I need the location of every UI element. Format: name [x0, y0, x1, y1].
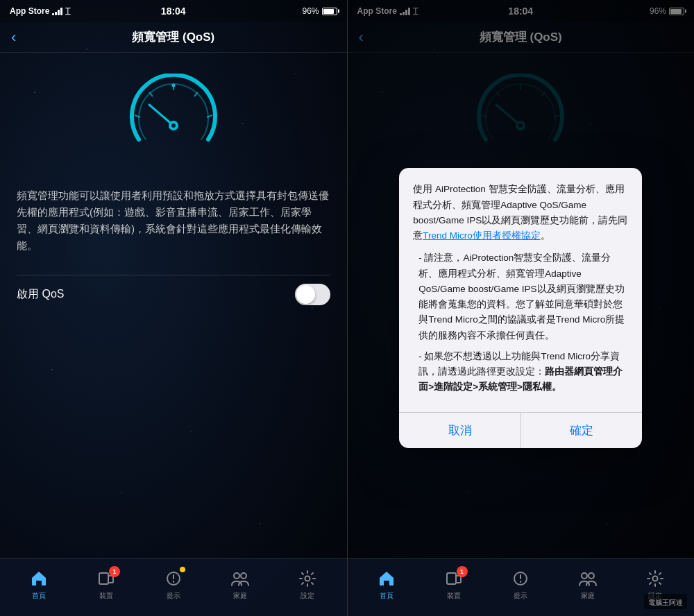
speedometer-container — [17, 74, 330, 171]
app-store-text-left: App Store — [10, 6, 49, 16]
tab-label-device-right: 裝置 — [447, 591, 461, 601]
toggle-row: 啟用 QoS — [17, 275, 330, 314]
toggle-thumb — [296, 285, 315, 304]
tab-bar-left: 首頁 1 裝置 提示 — [0, 558, 347, 616]
svg-point-27 — [589, 573, 594, 579]
tab-family-right[interactable]: 家庭 — [555, 563, 622, 601]
status-bar-left: App Store ⌶ 18:04 96% — [0, 0, 347, 22]
right-panel: App Store ⌶ 18:04 96% ‹ 頻寬管理 (QoS) — [348, 0, 695, 616]
speedometer-icon — [125, 74, 222, 171]
wifi-icon: ⌶ — [65, 6, 70, 16]
tab-device-left[interactable]: 1 裝置 — [73, 563, 140, 601]
svg-point-28 — [652, 576, 657, 581]
main-content-left: 頻寬管理功能可以讓使用者利用預設和拖放方式選擇具有封包傳送優先權的應用程式(例如… — [0, 53, 347, 558]
tab-label-hint-right: 提示 — [514, 591, 527, 601]
panel-divider — [347, 0, 348, 616]
home-icon-right — [377, 569, 396, 588]
tab-bar-right: 首頁 1 裝置 提示 — [348, 558, 695, 616]
device-badge-right: 1 — [457, 566, 468, 577]
signal-icon — [52, 7, 62, 15]
settings-icon-right — [645, 569, 665, 588]
status-right-left: 96% — [302, 6, 337, 16]
hint-icon-right — [511, 569, 530, 588]
status-left: App Store ⌶ — [10, 6, 70, 16]
dialog-footer: 取消 確定 — [399, 412, 642, 448]
battery-icon-left — [322, 8, 337, 15]
dialog-bullets: - 請注意，AiProtection智慧安全防護、流量分析、應用程式分析、頻寬管… — [413, 250, 628, 395]
svg-point-26 — [582, 573, 587, 579]
watermark-text: 電腦王阿達 — [648, 599, 683, 606]
svg-point-8 — [171, 84, 175, 87]
qos-toggle[interactable] — [295, 284, 330, 305]
back-button-left[interactable]: ‹ — [11, 30, 16, 45]
home-icon-left — [29, 569, 49, 588]
dialog-body: 使用 AiProtection 智慧安全防護、流量分析、應用程式分析、頻寬管理A… — [399, 168, 642, 411]
confirm-button[interactable]: 確定 — [521, 413, 643, 448]
svg-point-12 — [234, 573, 239, 579]
nav-header-left: ‹ 頻寬管理 (QoS) — [0, 22, 347, 53]
hint-icon-left — [164, 569, 183, 588]
tab-home-left[interactable]: 首頁 — [6, 563, 73, 601]
dialog-bullet-1: - 請注意，AiProtection智慧安全防護、流量分析、應用程式分析、頻寬管… — [418, 250, 628, 343]
svg-point-13 — [241, 573, 246, 579]
family-icon-right — [578, 569, 598, 588]
tab-label-home-right: 首頁 — [380, 591, 393, 601]
watermark: 電腦王阿達 — [644, 594, 687, 609]
tab-label-home-left: 首頁 — [32, 591, 46, 601]
tab-home-right[interactable]: 首頁 — [353, 563, 421, 601]
time-left: 18:04 — [161, 6, 186, 17]
cancel-button[interactable]: 取消 — [399, 413, 521, 448]
trend-micro-link[interactable]: Trend Micro使用者授權協定 — [423, 230, 541, 241]
dialog-box: 使用 AiProtection 智慧安全防護、流量分析、應用程式分析、頻寬管理A… — [399, 168, 642, 447]
svg-point-7 — [171, 123, 176, 128]
description-text: 頻寬管理功能可以讓使用者利用預設和拖放方式選擇具有封包傳送優先權的應用程式(例如… — [17, 187, 330, 254]
tab-hint-right[interactable]: 提示 — [487, 563, 555, 601]
svg-point-14 — [305, 576, 310, 581]
left-panel: App Store ⌶ 18:04 96% ‹ 頻寬管理 (QoS) — [0, 0, 347, 616]
tab-settings-left[interactable]: 設定 — [274, 563, 341, 601]
tab-label-hint-left: 提示 — [167, 591, 180, 601]
settings-icon-left — [298, 569, 317, 588]
tab-family-left[interactable]: 家庭 — [207, 563, 274, 601]
tab-hint-left[interactable]: 提示 — [139, 563, 207, 601]
tab-device-right[interactable]: 1 裝置 — [420, 563, 487, 601]
battery-pct-left: 96% — [302, 6, 319, 16]
svg-rect-23 — [447, 573, 456, 584]
tab-label-family-right: 家庭 — [581, 591, 595, 601]
page-title-left: 頻寬管理 (QoS) — [132, 29, 214, 45]
dialog-bullet-2: - 如果您不想透過以上功能與Trend Micro分享資訊，請透過此路徑更改設定… — [418, 349, 628, 395]
tab-label-family-left: 家庭 — [233, 591, 247, 601]
dialog-overlay: 使用 AiProtection 智慧安全防護、流量分析、應用程式分析、頻寬管理A… — [348, 0, 695, 616]
device-icon-left: 1 — [96, 569, 116, 588]
family-icon-left — [230, 569, 250, 588]
toggle-label: 啟用 QoS — [17, 287, 64, 302]
device-badge-left: 1 — [109, 566, 120, 577]
svg-rect-9 — [99, 573, 108, 584]
device-icon-right: 1 — [444, 569, 464, 588]
tab-label-device-left: 裝置 — [99, 591, 113, 601]
tab-label-settings-left: 設定 — [301, 591, 314, 601]
hint-dot-left — [180, 567, 185, 572]
